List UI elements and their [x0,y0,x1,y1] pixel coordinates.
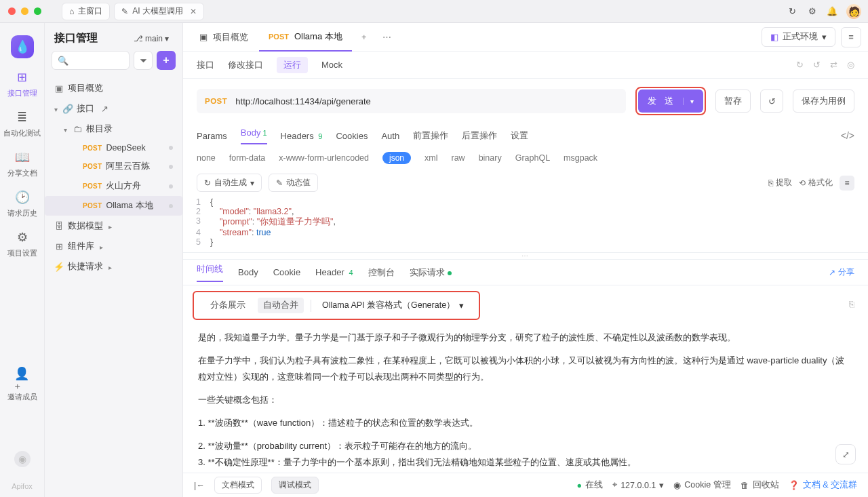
bodytype-none[interactable]: none [197,153,216,163]
tree-api-root[interactable]: 🔗 接口 ↗ [45,98,182,119]
api-item-huoshan[interactable]: POST 火山方舟 [45,176,182,196]
user-plus-icon: 👤⁺ [14,373,31,389]
share-button[interactable]: ↗分享 [829,266,854,278]
close-window-icon[interactable] [8,7,16,15]
help-docs-button[interactable]: ❓文档 & 交流群 [789,479,857,491]
tree-quick-request[interactable]: ⚡ 快捷请求 [45,256,182,277]
shuffle-icon[interactable]: ⇄ [830,60,837,70]
doc-mode-button[interactable]: 文档模式 [214,477,262,494]
collapse-panel-icon[interactable]: |← [194,481,205,490]
extract-button[interactable]: ⎘提取 [768,177,792,188]
bodytype-urlencoded[interactable]: x-www-form-urlencoded [279,153,369,163]
ptab-headers[interactable]: Headers 9 [281,131,323,141]
rtab-console[interactable]: 控制台 [368,266,395,279]
rail-project-settings[interactable]: ⚙ 项目设置 [7,229,37,258]
rail-history[interactable]: 🕑 请求历史 [7,189,37,218]
ptab-pre[interactable]: 前置操作 [413,130,448,142]
ptab-params[interactable]: Params [197,131,227,141]
send-button[interactable]: 发 送 ▾ [638,90,703,113]
format-icon: ⟲ [799,178,806,188]
debug-mode-button[interactable]: 调试模式 [271,477,319,494]
rtab-cookie[interactable]: Cookie [273,267,300,277]
add-button[interactable]: + [157,51,176,70]
filter-button[interactable]: ⏷ [134,51,153,70]
redo-icon[interactable]: ↺ [813,60,821,70]
trash-button[interactable]: 🗑回收站 [741,479,779,491]
tree-overview[interactable]: ▣ 项目概览 [45,78,182,98]
refresh-icon[interactable]: ↻ [787,6,797,16]
save-as-case-button[interactable]: 保存为用例 [793,90,854,113]
target-icon[interactable]: ◎ [847,60,854,70]
bodytype-json[interactable]: json [382,152,411,164]
rtab-header[interactable]: Header 4 [315,267,353,277]
ptab-body[interactable]: Body1 [241,127,267,144]
bell-icon[interactable]: 🔔 [827,6,837,16]
temp-save-button[interactable]: 暂存 [715,90,751,113]
tab-ai-model[interactable]: ✎ AI 大模型调用 ✕ [114,3,204,20]
maximize-window-icon[interactable] [34,7,41,15]
ptab-settings[interactable]: 设置 [511,130,528,142]
bodytype-raw[interactable]: raw [451,153,465,163]
code-view-icon[interactable]: </> [841,130,854,141]
api-item-aliyun[interactable]: POST 阿里云百炼 [45,157,182,176]
dynamic-value-button[interactable]: ✎动态值 [269,174,318,192]
response-body[interactable]: 是的，我知道量子力学。量子力学是一门基于原子和子子微观行为的物理学分支，研究了粒… [183,323,868,473]
cookie-manage-button[interactable]: ◉Cookie 管理 [673,479,730,491]
subtab-interface[interactable]: 接口 [197,59,214,71]
settings-gear-icon[interactable]: ⚙ [807,6,817,16]
bodytype-binary[interactable]: binary [479,153,502,163]
branch-selector[interactable]: ⎇ main ▾ [128,32,174,45]
tab-ollama-api[interactable]: POST Ollama 本地 [259,23,352,52]
tab-project-overview[interactable]: ▣ 项目概览 [190,23,258,52]
mode-items-button[interactable]: 分条展示 [205,298,251,313]
close-tab-icon[interactable]: ✕ [190,7,197,16]
url-input[interactable]: POST http://localhost:11434/api/generate [197,89,626,113]
rail-auto-test[interactable]: ≣ 自动化测试 [3,109,41,138]
environment-selector[interactable]: ◧ 正式环境 ▾ [762,27,835,47]
reset-button[interactable]: ↺ [760,90,783,113]
ip-selector[interactable]: ⌖127.0.0.1▾ [612,480,664,490]
subtab-run[interactable]: 运行 [277,57,308,73]
resize-handle[interactable]: ⋯ [183,253,868,260]
rail-api-manage[interactable]: ⊞ 接口管理 [7,69,37,98]
user-avatar[interactable]: 🧑 [846,4,861,19]
bodytype-xml[interactable]: xml [425,153,437,163]
rtab-actual-request[interactable]: 实际请求 [410,266,452,279]
panel-menu-button[interactable]: ≡ [841,27,861,47]
subtab-edit[interactable]: 修改接口 [228,59,263,71]
wrap-toggle[interactable]: ≡ [840,176,854,191]
bodytype-formdata[interactable]: form-data [229,153,266,163]
rail-share-doc[interactable]: 📖 分享文档 [7,149,37,178]
window-controls[interactable] [8,7,41,15]
response-line: 一些关键概念包括： [198,392,853,408]
app-logo-icon[interactable]: 💧 [11,35,34,58]
ptab-post[interactable]: 后置操作 [462,130,497,142]
copy-response-icon[interactable]: ⎘ [849,299,854,309]
format-button[interactable]: ⟲格式化 [799,177,833,188]
tree-components[interactable]: ⊞ 组件库 [45,236,182,256]
response-format-selector[interactable]: Ollama API 兼容格式（Generate） ▾ [318,298,468,313]
api-item-ollama[interactable]: POST Ollama 本地 [45,196,182,216]
api-item-deepseek[interactable]: POST DeepSeek [45,139,182,157]
rtab-body[interactable]: Body [238,267,258,277]
request-body-editor[interactable]: 1{ 2 "model": "llama3.2", 3 "prompt": "你… [183,197,868,253]
more-tabs-button[interactable]: ⋯ [376,26,398,48]
ptab-cookies[interactable]: Cookies [336,131,368,141]
minimize-window-icon[interactable] [21,7,28,15]
bodytype-msgpack[interactable]: msgpack [564,153,597,163]
auto-generate-button[interactable]: ↻自动生成▾ [197,174,262,192]
search-input[interactable]: 🔍 [52,51,130,70]
rtab-timeline[interactable]: 时间线 [197,263,223,282]
tab-main-window[interactable]: ⌂ 主窗口 [62,3,110,20]
tree-data-model[interactable]: 🗄 数据模型 [45,216,182,236]
tree-root-dir[interactable]: 🗀 根目录 [45,119,182,139]
bodytype-graphql[interactable]: GraphQL [515,153,550,163]
ptab-auth[interactable]: Auth [381,131,399,141]
rail-invite[interactable]: 👤⁺ 邀请成员 [7,373,37,402]
expand-response-button[interactable]: ⤢ [835,444,856,464]
mode-merge-button[interactable]: 自动合并 [258,298,304,313]
chevron-down-icon[interactable]: ▾ [683,98,694,105]
history-icon[interactable]: ↻ [796,60,804,70]
subtab-mock[interactable]: Mock [321,60,342,70]
new-tab-button[interactable]: + [353,26,375,48]
